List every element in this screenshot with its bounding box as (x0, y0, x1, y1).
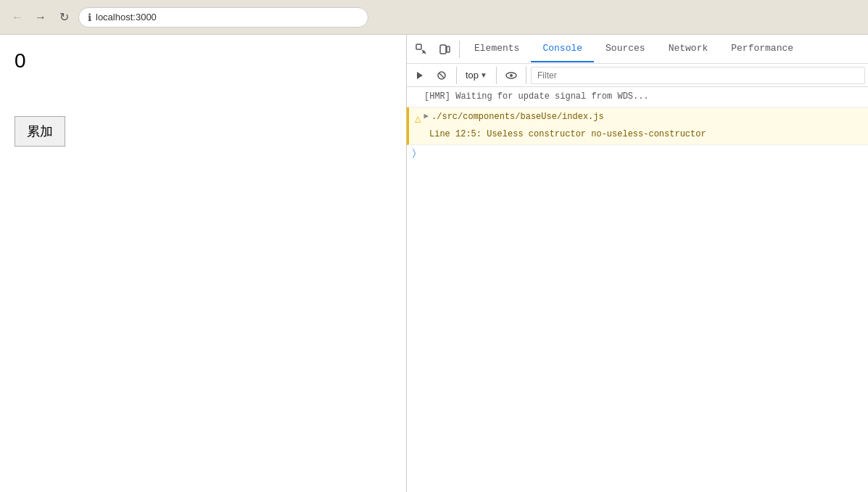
page-content: 0 累加 (0, 35, 406, 492)
svg-rect-2 (447, 46, 450, 52)
devtools-panel: Elements Console Sources Network Perform… (406, 35, 868, 492)
main-layout: 0 累加 Elements (0, 35, 868, 492)
svg-marker-3 (417, 72, 423, 79)
context-label: top (466, 70, 479, 81)
prompt-chevron[interactable]: 〉 (413, 148, 416, 159)
warning-file-path: ./src/components/baseUse/index.js (431, 110, 604, 124)
device-toolbar-button[interactable] (433, 38, 456, 61)
url-text: localhost:3000 (96, 12, 157, 22)
hmr-text: [HMR] Waiting for update signal from WDS… (424, 91, 649, 102)
devtools-secondary-toolbar: top ▼ (407, 64, 868, 87)
tab-sources[interactable]: Sources (594, 36, 657, 62)
warning-header: △ ▶ ./src/components/baseUse/index.js (415, 110, 862, 127)
counter-display: 0 (15, 49, 392, 73)
back-button[interactable]: ← (9, 9, 26, 26)
address-bar[interactable]: ℹ localhost:3000 (78, 7, 368, 28)
reload-button[interactable]: ↻ (55, 9, 73, 26)
accumulate-button[interactable]: 累加 (15, 116, 65, 147)
filter-input[interactable] (531, 67, 865, 84)
context-separator (496, 67, 497, 84)
inspect-element-button[interactable] (410, 38, 433, 61)
forward-button[interactable]: → (32, 9, 49, 26)
svg-line-5 (439, 73, 444, 78)
tab-performance[interactable]: Performance (719, 36, 805, 62)
warning-triangle-icon: △ (415, 111, 421, 127)
filter-separator (526, 67, 526, 84)
devtools-top-toolbar: Elements Console Sources Network Perform… (407, 35, 868, 64)
secondary-separator (456, 67, 457, 84)
tab-console[interactable]: Console (531, 36, 594, 62)
warning-expand-arrow[interactable]: ▶ (423, 110, 429, 123)
warning-detail: Line 12:5: Useless constructor no-useles… (415, 128, 862, 142)
svg-rect-0 (416, 44, 421, 49)
clear-console-button[interactable] (431, 67, 452, 84)
toolbar-separator (459, 41, 460, 58)
info-icon: ℹ (88, 12, 91, 23)
svg-rect-1 (440, 45, 446, 54)
tab-elements[interactable]: Elements (463, 36, 531, 62)
context-dropdown-icon: ▼ (480, 71, 487, 79)
browser-chrome: ← → ↻ ℹ localhost:3000 (0, 0, 868, 35)
console-output: [HMR] Waiting for update signal from WDS… (407, 87, 868, 492)
tab-network[interactable]: Network (657, 36, 720, 62)
console-message-warning: △ ▶ ./src/components/baseUse/index.js Li… (407, 107, 868, 145)
console-message-hmr: [HMR] Waiting for update signal from WDS… (407, 87, 868, 107)
live-expressions-button[interactable] (501, 67, 521, 84)
svg-point-7 (510, 74, 513, 77)
run-script-button[interactable] (410, 67, 430, 84)
context-selector[interactable]: top ▼ (461, 67, 492, 84)
console-prompt: 〉 (407, 145, 868, 162)
